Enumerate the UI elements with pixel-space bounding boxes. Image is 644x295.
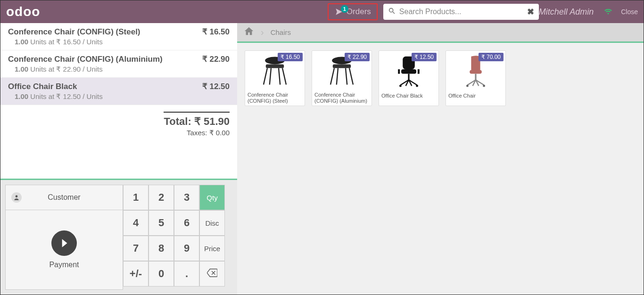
svg-rect-28 xyxy=(470,70,482,74)
chevron-right-icon xyxy=(51,230,77,256)
payment-button[interactable]: Payment xyxy=(5,210,123,290)
product-price-tag: ₹ 70.00 xyxy=(479,53,504,61)
orderline-info: 1.00 Units at ₹ 12.50 / Units xyxy=(8,92,230,101)
orders-button[interactable]: 1 Orders xyxy=(328,3,378,20)
main-window: Conference Chair (CONFIG) (Steel) ₹ 16.5… xyxy=(0,23,644,295)
product-card[interactable]: ₹ 70.00 Office Chair xyxy=(446,50,506,106)
svg-line-10 xyxy=(279,68,280,84)
left-pane: Conference Chair (CONFIG) (Steel) ₹ 16.5… xyxy=(0,23,237,295)
orderline-product: Conference Chair (CONFIG) (Steel) xyxy=(8,27,140,37)
numpad-3[interactable]: 3 xyxy=(174,185,199,210)
numpad-qty[interactable]: Qty xyxy=(199,185,225,210)
numpad-dot[interactable]: . xyxy=(174,261,199,287)
numpad-8[interactable]: 8 xyxy=(149,236,174,261)
orderline-product: Office Chair Black xyxy=(8,82,77,91)
orderline-info: 1.00 Units at ₹ 16.50 / Units xyxy=(8,38,230,46)
orderline[interactable]: Office Chair Black ₹ 12.50 1.00 Units at… xyxy=(0,78,237,105)
numpad-5[interactable]: 5 xyxy=(149,210,174,236)
orderline-price: ₹ 22.90 xyxy=(202,54,230,64)
svg-line-8 xyxy=(282,68,286,84)
ticket-icon: 1 xyxy=(334,7,344,16)
orderline-info: 1.00 Units at ₹ 22.90 / Units xyxy=(8,65,230,74)
wifi-icon xyxy=(603,6,613,18)
svg-line-13 xyxy=(330,68,334,84)
product-price-tag: ₹ 12.50 xyxy=(412,53,437,61)
svg-line-1 xyxy=(393,12,395,14)
product-card[interactable]: ₹ 12.50 Office Chair Black xyxy=(379,50,439,106)
numpad-disc[interactable]: Disc xyxy=(199,210,225,236)
svg-point-27 xyxy=(416,85,418,87)
svg-line-7 xyxy=(264,68,267,84)
odoo-logo: odoo xyxy=(6,4,40,19)
product-card[interactable]: ₹ 22.90 Conference Chair (CONFIG) (Alumi… xyxy=(312,50,372,106)
numpad-1[interactable]: 1 xyxy=(123,185,149,210)
svg-line-9 xyxy=(270,68,271,84)
username-display[interactable]: Mitchell Admin xyxy=(539,7,594,17)
searchbox[interactable]: ✖ xyxy=(383,4,539,20)
orderline[interactable]: Conference Chair (CONFIG) (Aluminium) ₹ … xyxy=(0,50,237,78)
customer-button[interactable]: Customer xyxy=(5,185,123,210)
search-clear-icon[interactable]: ✖ xyxy=(527,7,534,17)
orders-label: Orders xyxy=(347,7,371,16)
chevron-right-icon: › xyxy=(261,27,264,38)
svg-point-35 xyxy=(483,85,485,87)
svg-point-34 xyxy=(466,85,469,87)
order-summary: Total: ₹ 51.90 Taxes: ₹ 0.00 xyxy=(164,112,230,137)
svg-line-14 xyxy=(349,68,353,84)
top-header: odoo 1 Orders ✖ Mitchell Admin Close xyxy=(0,0,644,23)
svg-rect-12 xyxy=(333,64,351,68)
numpad-4[interactable]: 4 xyxy=(123,210,149,236)
product-name: Office Chair xyxy=(446,91,505,106)
order-total: Total: ₹ 51.90 xyxy=(164,115,230,128)
order-taxes: Taxes: ₹ 0.00 xyxy=(164,129,230,137)
product-price-tag: ₹ 22.90 xyxy=(345,53,370,61)
breadcrumbs: › Chairs xyxy=(237,23,644,43)
product-card[interactable]: ₹ 16.50 Conference Chair (CONFIG) (Steel… xyxy=(245,50,305,106)
orderline-price: ₹ 16.50 xyxy=(202,27,230,37)
numpad: 1 2 3 Qty 4 5 6 Disc 7 8 9 Price +/- 0 . xyxy=(123,185,225,290)
numpad-9[interactable]: 9 xyxy=(174,236,199,261)
product-name: Office Chair Black xyxy=(379,91,438,106)
person-icon xyxy=(11,192,22,203)
actionpad: Customer Payment xyxy=(5,185,123,290)
svg-point-26 xyxy=(399,85,402,87)
customer-label: Customer xyxy=(48,193,80,202)
orderline-product: Conference Chair (CONFIG) (Aluminium) xyxy=(8,55,163,64)
orders-badge: 1 xyxy=(341,5,348,13)
numpad-backspace[interactable] xyxy=(199,261,225,287)
orderline[interactable]: Conference Chair (CONFIG) (Steel) ₹ 16.5… xyxy=(0,23,237,50)
order-container: Conference Chair (CONFIG) (Steel) ₹ 16.5… xyxy=(0,23,237,179)
search-icon xyxy=(388,7,396,16)
breadcrumb-chairs[interactable]: Chairs xyxy=(271,28,291,36)
svg-rect-6 xyxy=(266,64,284,68)
svg-point-2 xyxy=(16,195,18,197)
product-list: ₹ 16.50 Conference Chair (CONFIG) (Steel… xyxy=(237,43,644,114)
product-price-tag: ₹ 16.50 xyxy=(278,53,303,61)
svg-line-15 xyxy=(337,68,338,84)
svg-point-0 xyxy=(389,8,393,12)
orderline-price: ₹ 12.50 xyxy=(202,82,230,91)
product-name: Conference Chair (CONFIG) (Steel) xyxy=(245,90,305,106)
numpad-0[interactable]: 0 xyxy=(149,261,174,287)
payment-label: Payment xyxy=(49,261,79,269)
numpad-price[interactable]: Price xyxy=(199,236,225,261)
svg-line-16 xyxy=(346,68,347,84)
home-icon[interactable] xyxy=(244,26,254,39)
close-button[interactable]: Close xyxy=(621,8,638,16)
right-pane: › Chairs ₹ 16.50 Conference Chair (CONFI… xyxy=(237,23,644,295)
product-name: Conference Chair (CONFIG) (Aluminium) xyxy=(312,90,372,106)
numpad-2[interactable]: 2 xyxy=(149,185,174,210)
control-area: Customer Payment 1 2 3 Qty 4 5 6 Disc 7 xyxy=(0,179,237,295)
numpad-7[interactable]: 7 xyxy=(123,236,149,261)
svg-rect-18 xyxy=(401,69,416,74)
search-input[interactable] xyxy=(399,8,527,16)
numpad-plusminus[interactable]: +/- xyxy=(123,261,149,287)
numpad-6[interactable]: 6 xyxy=(174,210,199,236)
